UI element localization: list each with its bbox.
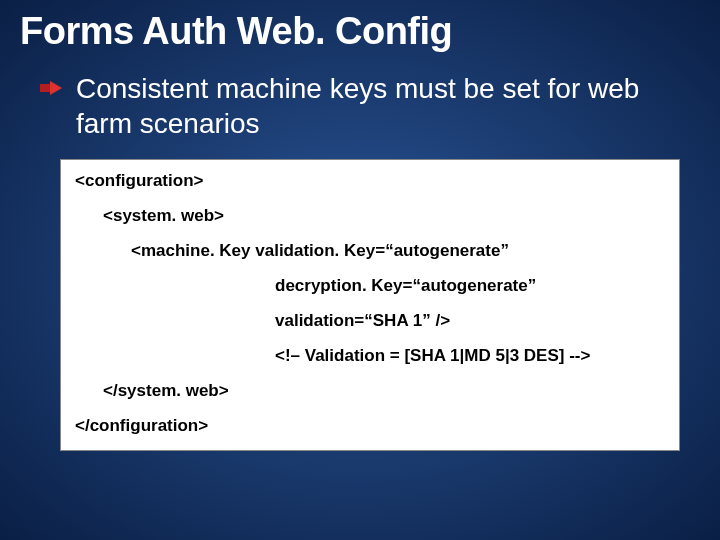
code-line: <!– Validation = [SHA 1|MD 5|3 DES] --> xyxy=(75,347,665,364)
bullet-item: Consistent machine keys must be set for … xyxy=(40,71,700,141)
svg-rect-0 xyxy=(40,84,50,92)
code-line: <configuration> xyxy=(75,172,665,189)
code-line: <system. web> xyxy=(75,207,665,224)
code-line: </configuration> xyxy=(75,417,665,434)
code-line: </system. web> xyxy=(75,382,665,399)
code-line: validation=“SHA 1” /> xyxy=(75,312,665,329)
code-block: <configuration> <system. web> <machine. … xyxy=(60,159,680,451)
bullet-icon xyxy=(40,81,62,95)
code-line: <machine. Key validation. Key=“autogener… xyxy=(75,242,665,259)
code-line: decryption. Key=“autogenerate” xyxy=(75,277,665,294)
bullet-text: Consistent machine keys must be set for … xyxy=(76,71,700,141)
slide: Forms Auth Web. Config Consistent machin… xyxy=(0,0,720,471)
svg-marker-1 xyxy=(50,81,62,95)
page-title: Forms Auth Web. Config xyxy=(20,10,700,53)
